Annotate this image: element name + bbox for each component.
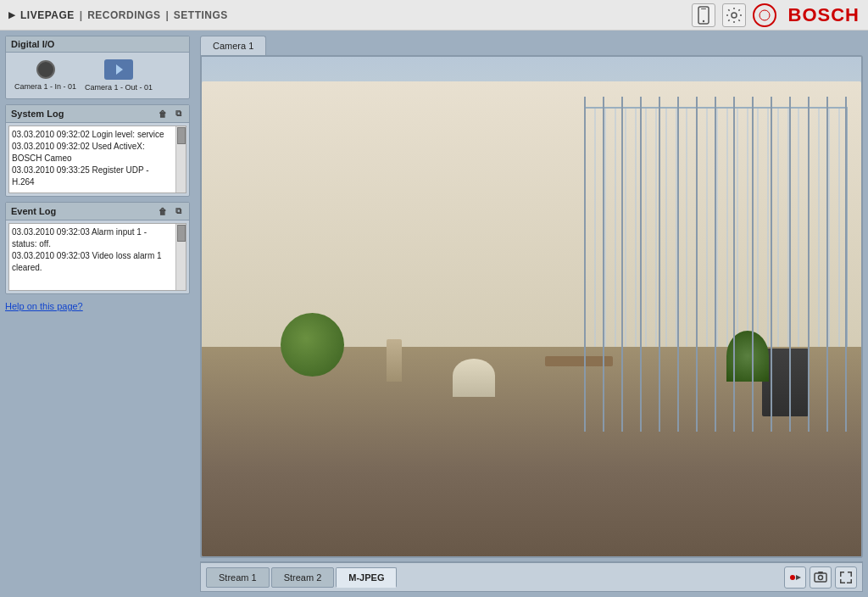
fence-posts bbox=[584, 97, 848, 432]
event-log-text: 03.03.2010 09:32:03 Alarm input 1 - stat… bbox=[12, 226, 183, 274]
svg-marker-6 bbox=[796, 575, 801, 580]
system-log-entry-1: 03.03.2010 09:32:02 Login level: service bbox=[12, 129, 171, 141]
stream-record-icon[interactable] bbox=[784, 566, 806, 589]
stream1-tab[interactable]: Stream 1 bbox=[206, 567, 270, 588]
help-link[interactable]: Help on this page? bbox=[5, 299, 190, 313]
bosch-circle-icon bbox=[753, 3, 776, 27]
event-log-entry-2: 03.03.2010 09:32:03 Video loss alarm 1 c… bbox=[12, 250, 171, 274]
bosch-brand: BOSCH bbox=[788, 4, 860, 26]
system-log-header: System Log 🗑 ⧉ bbox=[6, 105, 189, 123]
event-log-icons: 🗑 ⧉ bbox=[157, 205, 184, 217]
sep2: | bbox=[166, 9, 169, 21]
recordings-link[interactable]: RECORDINGS bbox=[87, 9, 160, 21]
digital-io-body: Camera 1 - In - 01 Camera 1 - Out - 01 bbox=[6, 53, 189, 98]
camera-feed-container bbox=[200, 55, 863, 558]
sidebar: Digital I/O Camera 1 - In - 01 Camera 1 … bbox=[0, 31, 195, 597]
event-log-delete-icon[interactable]: 🗑 bbox=[157, 205, 169, 217]
system-log-delete-icon[interactable]: 🗑 bbox=[157, 108, 169, 120]
system-log-text: 03.03.2010 09:32:02 Login level: service… bbox=[12, 129, 183, 188]
svg-rect-7 bbox=[815, 573, 826, 582]
bosch-logo bbox=[753, 3, 782, 27]
system-log-entry-3: 03.03.2010 09:33:25 Register UDP - H.264 bbox=[12, 165, 171, 188]
event-log-title: Event Log bbox=[11, 206, 56, 216]
bush bbox=[281, 313, 344, 377]
camera-output-item: Camera 1 - Out - 01 bbox=[85, 59, 153, 92]
system-log-expand-icon[interactable]: ⧉ bbox=[172, 108, 184, 120]
svg-point-5 bbox=[790, 575, 795, 580]
event-log-panel: Event Log 🗑 ⧉ 03.03.2010 09:32:03 Alarm … bbox=[5, 202, 190, 294]
content-area: Camera 1 bbox=[195, 31, 868, 597]
digital-io-header: Digital I/O bbox=[6, 36, 189, 53]
svg-point-1 bbox=[702, 20, 704, 21]
output-label: Camera 1 - Out - 01 bbox=[85, 83, 153, 92]
svg-point-8 bbox=[819, 575, 823, 579]
stream-bar-icons bbox=[784, 566, 857, 589]
camera-input-item: Camera 1 - In - 01 bbox=[14, 60, 76, 91]
header-right: BOSCH bbox=[692, 3, 860, 27]
event-log-entry-1: 03.03.2010 09:32:03 Alarm input 1 - stat… bbox=[12, 226, 171, 250]
input-circle-icon bbox=[36, 60, 55, 79]
camera-feed bbox=[202, 57, 861, 556]
stream-tabs: Stream 1 Stream 2 M-JPEG bbox=[206, 567, 398, 588]
system-log-scrollbar[interactable] bbox=[175, 126, 186, 192]
stream-fullscreen-icon[interactable] bbox=[835, 566, 857, 589]
system-log-icons: 🗑 ⧉ bbox=[157, 108, 184, 120]
system-log-scrollbar-thumb[interactable] bbox=[177, 127, 186, 144]
system-log-content: 03.03.2010 09:32:02 Login level: service… bbox=[8, 126, 186, 193]
system-log-title: System Log bbox=[11, 109, 64, 119]
mjpeg-tab[interactable]: M-JPEG bbox=[336, 567, 397, 588]
svg-point-3 bbox=[732, 13, 737, 18]
stream-bar: Stream 1 Stream 2 M-JPEG bbox=[200, 561, 863, 592]
svg-rect-9 bbox=[818, 572, 823, 573]
header: ▶ LIVEPAGE | RECORDINGS | SETTINGS bbox=[0, 0, 868, 31]
event-log-scrollbar[interactable] bbox=[175, 224, 186, 290]
camera-1-tab[interactable]: Camera 1 bbox=[200, 36, 266, 55]
livepage-link[interactable]: LIVEPAGE bbox=[20, 9, 75, 21]
pedestal bbox=[453, 359, 495, 397]
output-camera-icon bbox=[104, 59, 133, 80]
system-log-entry-2: 03.03.2010 09:32:02 Used ActiveX: BOSCH … bbox=[12, 141, 171, 165]
svg-point-4 bbox=[760, 10, 770, 20]
stream-snapshot-icon[interactable] bbox=[810, 566, 832, 589]
event-log-content: 03.03.2010 09:32:03 Alarm input 1 - stat… bbox=[8, 223, 186, 291]
sculpture bbox=[387, 339, 402, 382]
digital-io-title: Digital I/O bbox=[11, 39, 54, 49]
event-log-header: Event Log 🗑 ⧉ bbox=[6, 203, 189, 220]
settings-link[interactable]: SETTINGS bbox=[174, 9, 228, 21]
settings-icon-button[interactable] bbox=[722, 3, 746, 27]
mobile-icon[interactable] bbox=[692, 3, 715, 27]
digital-io-panel: Digital I/O Camera 1 - In - 01 Camera 1 … bbox=[5, 36, 190, 99]
event-log-scrollbar-thumb[interactable] bbox=[177, 225, 186, 242]
input-label: Camera 1 - In - 01 bbox=[14, 82, 76, 91]
stream2-tab[interactable]: Stream 2 bbox=[271, 567, 335, 588]
nav-arrow: ▶ bbox=[8, 10, 15, 20]
system-log-panel: System Log 🗑 ⧉ 03.03.2010 09:32:02 Login… bbox=[5, 104, 190, 197]
svg-rect-2 bbox=[701, 8, 706, 9]
camera-scene bbox=[202, 57, 861, 556]
sep1: | bbox=[80, 9, 82, 21]
header-nav: ▶ LIVEPAGE | RECORDINGS | SETTINGS bbox=[8, 9, 228, 21]
camera-tab-bar: Camera 1 bbox=[200, 36, 863, 55]
event-log-expand-icon[interactable]: ⧉ bbox=[172, 205, 184, 217]
main: Digital I/O Camera 1 - In - 01 Camera 1 … bbox=[0, 31, 868, 597]
